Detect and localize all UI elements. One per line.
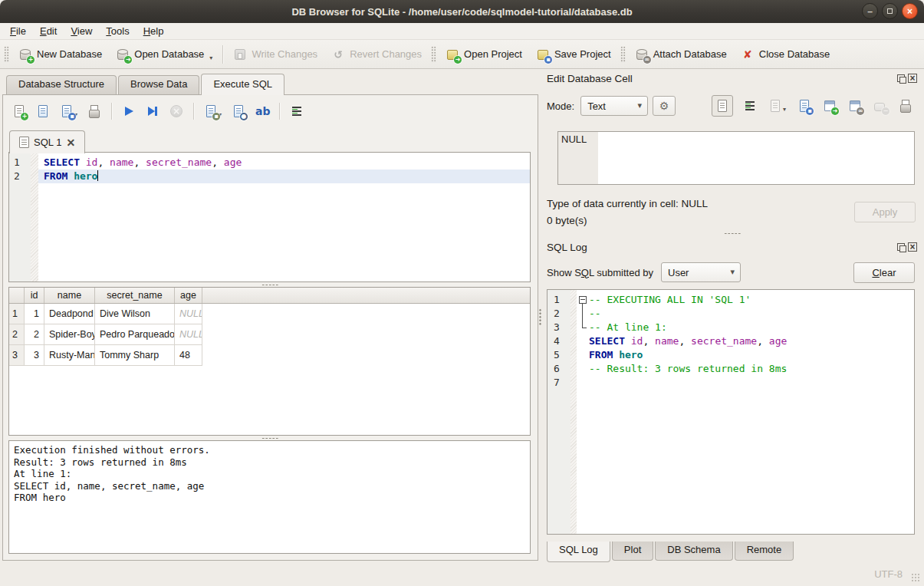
attach-database-button[interactable]: ∞Attach Database: [628, 44, 734, 65]
table-row[interactable]: 11DeadpondDive WilsonNULL: [9, 304, 530, 324]
tab-database-structure[interactable]: Database Structure: [6, 75, 117, 94]
copy-url-icon-badge: ∞: [857, 107, 864, 115]
cell-value-area[interactable]: [598, 132, 914, 184]
save-results-button[interactable]: ▪▾: [202, 103, 223, 120]
cell-value-editor[interactable]: NULL: [557, 131, 915, 185]
save-project-icon-badge: ▪: [544, 56, 552, 64]
clear-log-button[interactable]: Clear: [853, 262, 915, 283]
text-mode-button[interactable]: [712, 95, 733, 117]
save-sql-file-button[interactable]: ▪▾: [58, 103, 79, 120]
table-cell[interactable]: Spider-Boy: [44, 324, 95, 345]
table-cell[interactable]: Dive Wilson: [95, 304, 175, 324]
table-cell[interactable]: NULL: [175, 324, 202, 345]
word-wrap-icon: [743, 99, 757, 113]
row-number[interactable]: 2: [9, 324, 25, 345]
menu-edit[interactable]: Edit: [33, 24, 64, 38]
open-database-button[interactable]: ➜Open Database▾: [109, 44, 219, 65]
dock-splitter[interactable]: [542, 230, 922, 236]
maximize-button[interactable]: [882, 3, 898, 19]
fold-spacer: [578, 334, 589, 348]
table-row[interactable]: 22Spider-BoyPedro ParqueadorNULL: [9, 324, 530, 345]
column-header-secret-name[interactable]: secret_name: [95, 288, 175, 303]
dock-tab-remote[interactable]: Remote: [735, 542, 794, 561]
toolbar-handle[interactable]: [4, 46, 9, 63]
find-button[interactable]: ●: [230, 103, 247, 120]
line-number: 1: [14, 156, 31, 170]
tab-browse-data[interactable]: Browse Data: [118, 75, 199, 94]
sql-editor[interactable]: 12 SELECT id, name, secret_name, ageFROM…: [8, 152, 531, 282]
table-cell[interactable]: 3: [25, 345, 44, 366]
row-number[interactable]: 3: [9, 345, 25, 366]
format-sql-button[interactable]: [288, 103, 305, 120]
new-sql-tab-button[interactable]: +: [11, 103, 28, 120]
float-dock-icon[interactable]: [897, 74, 905, 82]
new-database-button[interactable]: +New Database: [12, 44, 109, 65]
tab-execute-sql[interactable]: Execute SQL: [201, 74, 284, 95]
open-database-icon: ➜: [116, 48, 130, 61]
open-external-button[interactable]: ➜: [821, 97, 838, 114]
copy-url-button[interactable]: ∞: [847, 97, 863, 114]
table-cell[interactable]: 2: [25, 324, 44, 345]
open-project-icon: ➜: [446, 48, 459, 61]
table-cell[interactable]: Rusty-Man: [44, 345, 95, 366]
execution-message-pane[interactable]: Execution finished without errors.Result…: [8, 440, 531, 554]
close-database-button[interactable]: ✘Close Database: [734, 44, 837, 65]
column-header-id[interactable]: id: [25, 288, 44, 303]
sql-log-filter-select[interactable]: User: [661, 262, 741, 282]
column-header-age[interactable]: age: [175, 288, 202, 303]
table-cell[interactable]: Deadpond: [44, 304, 95, 324]
dropdown-arrow-icon[interactable]: ▾: [209, 54, 212, 61]
fold-marker-icon[interactable]: [578, 321, 589, 334]
open-sql-file-button[interactable]: [35, 103, 51, 120]
table-cell[interactable]: Tommy Sharp: [95, 345, 175, 366]
table-cell[interactable]: NULL: [175, 304, 202, 324]
find-replace-button[interactable]: ab: [254, 103, 271, 120]
close-dock-icon[interactable]: ×: [908, 74, 917, 83]
auto-switch-mode-button[interactable]: ⚙: [653, 96, 676, 116]
resize-grip-icon[interactable]: [911, 573, 920, 582]
menu-tools[interactable]: Tools: [99, 24, 136, 38]
dock-tab-plot[interactable]: Plot: [612, 542, 653, 561]
table-cell[interactable]: Pedro Parqueador: [95, 324, 175, 345]
row-number[interactable]: 1: [9, 304, 25, 324]
table-cell[interactable]: 1: [25, 304, 44, 324]
table-cell[interactable]: 48: [175, 345, 202, 366]
close-dock-icon[interactable]: ×: [908, 242, 917, 252]
results-corner-cell[interactable]: [9, 288, 25, 303]
results-table[interactable]: idnamesecret_nameage 11DeadpondDive Wils…: [8, 287, 531, 436]
print-cell-button[interactable]: [897, 97, 914, 114]
open-project-button[interactable]: ➜Open Project: [439, 44, 529, 65]
execute-all-icon: [122, 104, 136, 118]
save-project-button[interactable]: ▪Save Project: [529, 44, 618, 65]
float-dock-icon[interactable]: [897, 243, 905, 251]
fold-marker-icon[interactable]: [578, 293, 589, 307]
close-button[interactable]: ×: [902, 3, 918, 19]
table-row[interactable]: 33Rusty-ManTommy Sharp48: [9, 345, 530, 366]
toolbar-handle[interactable]: [431, 46, 436, 63]
execute-current-line-icon: [146, 104, 159, 118]
execute-all-button[interactable]: [120, 103, 137, 120]
editor-code-area[interactable]: SELECT id, name, secret_name, ageFROM he…: [38, 153, 530, 281]
menu-help[interactable]: Help: [136, 24, 171, 38]
save-as-button[interactable]: ▪: [796, 97, 813, 114]
menu-file[interactable]: File: [3, 24, 33, 38]
word-wrap-button[interactable]: [742, 97, 758, 114]
execute-current-line-button[interactable]: [144, 103, 161, 120]
minimize-button[interactable]: –: [862, 3, 878, 19]
sql-file-tab[interactable]: SQL 1 ✕: [9, 130, 85, 153]
title-bar[interactable]: DB Browser for SQLite - /home/user/code/…: [0, 0, 924, 23]
toolbar-handle[interactable]: [620, 46, 626, 63]
fold-marker-icon[interactable]: [578, 307, 589, 321]
apply-button[interactable]: Apply: [854, 202, 916, 222]
sql-file-tab-close-icon[interactable]: ✕: [66, 137, 75, 149]
dock-tab-sql-log[interactable]: SQL Log: [547, 542, 610, 562]
save-as-icon: ▪: [797, 99, 811, 113]
menu-view[interactable]: View: [64, 24, 99, 38]
column-header-name[interactable]: name: [44, 288, 95, 303]
sql-log-view[interactable]: 1234567 -- EXECUTING ALL IN 'SQL 1'---- …: [547, 289, 915, 535]
print-sql-button[interactable]: [86, 103, 103, 120]
new-database-button-label: New Database: [37, 48, 102, 60]
dock-tab-db-schema[interactable]: DB Schema: [655, 542, 732, 561]
cell-mode-select[interactable]: Text: [580, 96, 648, 116]
log-code-area[interactable]: -- EXECUTING ALL IN 'SQL 1'---- At line …: [577, 290, 914, 534]
